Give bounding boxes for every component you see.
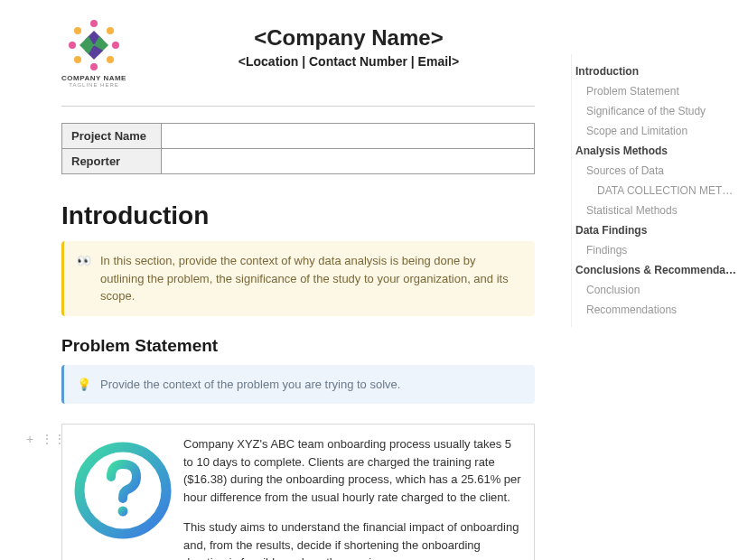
introduction-callout[interactable]: 👀 In this section, provide the context o… [61,241,535,316]
problem-statement-block[interactable]: + ⋮⋮ Company XYZ's ABC team onboarding p… [61,424,535,560]
toc-item[interactable]: Introduction [575,61,737,81]
header-title-block: <Company Name> <Location | Contact Numbe… [163,18,535,69]
svg-point-3 [107,56,114,63]
table-row: Reporter [62,149,535,174]
problem-statement-callout-text: Provide the context of the problem you a… [100,376,400,394]
table-row: Project Name [62,124,535,149]
contact-line[interactable]: <Location | Contact Number | Email> [163,54,535,69]
toc-item[interactable]: Statistical Methods [575,201,737,220]
body-paragraph: Company XYZ's ABC team onboarding proces… [183,435,523,506]
toc-item[interactable]: Conclusion [575,280,737,300]
toc-item[interactable]: Recommendations [575,300,737,320]
question-mark-icon [73,441,173,540]
company-logo: COMPANY NAME TAGLINE HERE [61,18,126,88]
svg-point-9 [118,507,128,517]
project-table: Project Name Reporter [61,123,535,174]
add-block-button[interactable]: + [24,430,35,448]
problem-statement-callout[interactable]: 💡 Provide the context of the problem you… [61,365,535,405]
main-content: COMPANY NAME TAGLINE HERE <Company Name>… [0,0,571,560]
eyes-icon: 👀 [77,252,91,270]
bulb-icon: 💡 [77,376,91,394]
block-controls: + ⋮⋮ [24,430,68,448]
toc-item[interactable]: Significance of the Study [575,101,737,121]
svg-point-4 [90,63,98,70]
introduction-heading[interactable]: Introduction [61,201,535,230]
logo-text: COMPANY NAME [61,74,126,82]
project-name-label: Project Name [62,124,162,149]
table-of-contents: Introduction Problem Statement Significa… [571,54,748,327]
reporter-value[interactable] [162,149,535,174]
body-paragraph: This study aims to understand the financ… [183,518,523,560]
svg-point-5 [74,56,81,63]
svg-point-6 [69,42,76,49]
toc-item[interactable]: Sources of Data [575,161,737,181]
project-name-value[interactable] [162,124,535,149]
toc-item[interactable]: Problem Statement [575,81,737,101]
toc-item[interactable]: DATA COLLECTION METHOD [575,181,737,201]
svg-point-2 [112,42,119,49]
reporter-label: Reporter [62,149,162,174]
svg-point-7 [74,27,81,34]
logo-tagline: TAGLINE HERE [69,82,119,88]
toc-item[interactable]: Scope and Limitation [575,121,737,141]
document-header: COMPANY NAME TAGLINE HERE <Company Name>… [61,18,535,88]
header-divider [61,106,535,107]
problem-statement-heading[interactable]: Problem Statement [61,336,535,356]
logo-icon [67,18,121,72]
introduction-callout-text: In this section, provide the context of … [100,252,522,305]
drag-handle[interactable]: ⋮⋮ [39,430,68,448]
toc-item[interactable]: Findings [575,240,737,260]
toc-item[interactable]: Data Findings [575,220,737,240]
toc-item[interactable]: Analysis Methods [575,141,737,161]
svg-point-1 [107,27,114,34]
problem-statement-body[interactable]: Company XYZ's ABC team onboarding proces… [183,432,527,560]
svg-point-0 [90,20,98,27]
company-name[interactable]: <Company Name> [163,25,535,51]
toc-item[interactable]: Conclusions & Recommendations [575,260,737,280]
